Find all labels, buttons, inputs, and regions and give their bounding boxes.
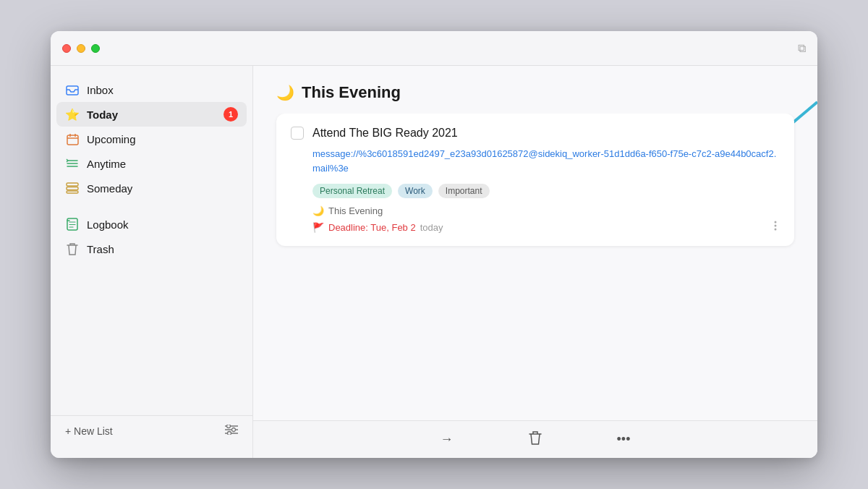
- svg-point-17: [775, 221, 777, 224]
- svg-point-14: [228, 432, 231, 435]
- deadline-label: Deadline: Tue, Feb 2: [328, 222, 416, 233]
- task-more-button[interactable]: [768, 220, 783, 234]
- sidebar-item-anytime[interactable]: Anytime: [56, 151, 247, 176]
- sidebar-item-today[interactable]: ⭐ Today 1: [56, 102, 247, 127]
- sidebar-item-trash[interactable]: Trash: [56, 237, 247, 261]
- app-window: ⧉ Inbox ⭐ Today: [51, 31, 817, 458]
- task-tags: Personal Retreat Work Important: [312, 184, 780, 198]
- sidebar-item-someday-label: Someday: [87, 182, 132, 195]
- sidebar-items: Inbox ⭐ Today 1: [51, 77, 252, 415]
- content-area: Inbox ⭐ Today 1: [51, 66, 817, 458]
- someday-icon: [65, 181, 80, 195]
- tag-work[interactable]: Work: [398, 184, 433, 198]
- trash-button[interactable]: [520, 426, 550, 453]
- svg-rect-7: [67, 191, 78, 193]
- more-button[interactable]: •••: [608, 428, 639, 451]
- main-header: 🌙 This Evening: [253, 66, 817, 114]
- sidebar: Inbox ⭐ Today 1: [51, 66, 253, 458]
- main-content: 🌙 This Evening Attend The BIG Ready 2021…: [253, 66, 817, 458]
- filter-icon[interactable]: [225, 425, 238, 438]
- sidebar-item-inbox-label: Inbox: [87, 84, 114, 96]
- sidebar-item-upcoming[interactable]: Upcoming: [56, 127, 247, 151]
- when-label: This Evening: [328, 205, 383, 216]
- today-icon: ⭐: [65, 107, 80, 122]
- sidebar-item-anytime-label: Anytime: [87, 158, 126, 170]
- svg-point-13: [232, 428, 236, 432]
- section-title: This Evening: [302, 83, 401, 102]
- sidebar-item-logbook-label: Logbook: [87, 218, 129, 231]
- svg-rect-0: [67, 86, 78, 95]
- tag-important[interactable]: Important: [438, 184, 490, 198]
- task-title: Attend The BIG Ready 2021: [312, 127, 458, 140]
- sidebar-item-trash-label: Trash: [87, 243, 114, 255]
- evening-icon: 🌙: [276, 84, 294, 101]
- svg-point-18: [775, 225, 777, 227]
- logbook-icon: [65, 217, 80, 231]
- task-deadline: 🚩 Deadline: Tue, Feb 2 today: [312, 222, 780, 233]
- maximize-button[interactable]: [91, 44, 100, 53]
- close-button[interactable]: [62, 44, 71, 53]
- svg-rect-6: [67, 187, 78, 190]
- new-list-button[interactable]: + New List: [65, 425, 113, 437]
- task-card: Attend The BIG Ready 2021 message://%3c6…: [276, 114, 794, 246]
- svg-point-12: [227, 425, 231, 428]
- sidebar-item-logbook[interactable]: Logbook: [56, 212, 247, 237]
- deadline-icon: 🚩: [312, 222, 324, 233]
- task-list: Attend The BIG Ready 2021 message://%3c6…: [253, 114, 817, 420]
- titlebar: ⧉: [51, 31, 817, 66]
- sidebar-item-someday[interactable]: Someday: [56, 176, 247, 200]
- trash-icon: [65, 242, 80, 256]
- when-icon: 🌙: [312, 205, 324, 216]
- traffic-lights: [62, 44, 100, 53]
- tag-personal-retreat[interactable]: Personal Retreat: [312, 184, 392, 198]
- minimize-button[interactable]: [77, 44, 85, 53]
- copy-icon[interactable]: ⧉: [798, 42, 806, 55]
- svg-point-19: [775, 229, 777, 231]
- task-when: 🌙 This Evening: [312, 205, 780, 216]
- sidebar-item-upcoming-label: Upcoming: [87, 133, 136, 145]
- sidebar-item-today-label: Today: [87, 109, 118, 121]
- anytime-icon: [65, 156, 80, 171]
- today-badge: 1: [224, 107, 238, 122]
- task-checkbox[interactable]: [291, 127, 304, 140]
- main-toolbar: → •••: [253, 420, 817, 458]
- sidebar-footer: + New List: [51, 415, 252, 446]
- upcoming-icon: [65, 132, 80, 146]
- sidebar-item-inbox[interactable]: Inbox: [56, 77, 247, 102]
- deadline-relative: today: [420, 222, 443, 233]
- forward-button[interactable]: →: [432, 428, 462, 451]
- task-title-row: Attend The BIG Ready 2021: [291, 127, 780, 140]
- svg-rect-1: [67, 135, 78, 145]
- svg-rect-5: [67, 183, 78, 186]
- task-link[interactable]: message://%3c6018591ed2497_e23a93d016258…: [312, 147, 780, 175]
- inbox-icon: [65, 82, 80, 97]
